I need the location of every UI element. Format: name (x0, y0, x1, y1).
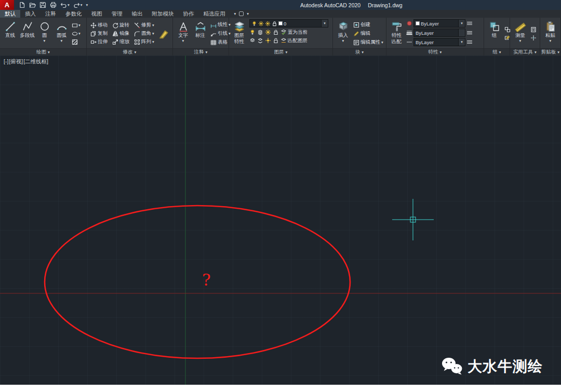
layer-freeze-button[interactable] (265, 29, 271, 36)
command-line-area[interactable] (0, 385, 561, 392)
stretch-tool-button[interactable]: 拉伸 (90, 38, 108, 46)
tab-output[interactable]: 输出 (127, 10, 148, 18)
save-button[interactable] (39, 2, 46, 8)
plot-button[interactable] (50, 2, 57, 8)
linear-dimension-button[interactable]: 线性▾ (210, 21, 231, 29)
layer-dropdown-caret-icon[interactable]: ▾ (321, 20, 328, 27)
ellipse-icon (72, 31, 78, 37)
layer-walk-button[interactable] (249, 37, 256, 44)
lineweight-list-icon[interactable] (466, 30, 473, 36)
tab-manage[interactable]: 管理 (107, 10, 127, 18)
tab-collaborate[interactable]: 协作 (179, 10, 199, 18)
layer-lock-button[interactable] (273, 29, 279, 36)
linetype-caret-icon[interactable]: ▾ (458, 38, 465, 46)
group-button[interactable]: 组 (486, 19, 503, 48)
color-list-icon[interactable] (466, 20, 473, 26)
lineweight-dropdown[interactable]: ByLayer (413, 29, 465, 37)
layer-unlock-all-icon (273, 37, 279, 44)
tab-insert[interactable]: 插入 (20, 10, 41, 18)
annotate-panel-label[interactable]: 注释▾ (173, 48, 229, 56)
ribbon-minimize-icon[interactable] (239, 11, 244, 16)
clipboard-panel-label[interactable]: 剪贴板▾ (540, 48, 560, 56)
match-layer-button[interactable]: 匹配图层 (280, 37, 308, 44)
watermark-text: 大水牛测绘 (468, 357, 543, 376)
rectangle-tool-button[interactable]: ▾ (72, 22, 81, 29)
tab-view[interactable]: 视图 (87, 10, 107, 18)
ribbon-minimize-caret-icon[interactable]: ▾ (247, 12, 249, 16)
fillet-tool-button[interactable]: 圆角▾ (134, 30, 154, 37)
application-menu-button[interactable]: A (0, 0, 14, 10)
layer-unisolate-button[interactable] (257, 37, 263, 44)
tab-featured-apps[interactable]: 精选应用 (199, 10, 230, 18)
edit-block-button[interactable]: 编辑 (353, 30, 383, 37)
viewport-minimize-control[interactable]: [-] (4, 58, 8, 65)
tab-addins[interactable]: 附加模块 (148, 10, 179, 18)
object-color-caret-icon[interactable]: ▾ (458, 20, 465, 27)
text-tool-button[interactable]: 文字 ▾ (175, 19, 192, 48)
scale-tool-button[interactable]: 缩放 (112, 38, 129, 46)
linetype-dropdown[interactable]: ByLayer ▾ (413, 38, 465, 46)
draw-panel-label[interactable]: 绘图▾ (0, 48, 86, 56)
new-file-button[interactable] (19, 2, 25, 8)
tab-default[interactable]: 默认 (0, 10, 20, 18)
viewport-view-control[interactable]: [俯视] (9, 58, 23, 65)
tab-parametric[interactable]: 参数化 (61, 10, 87, 18)
create-block-button[interactable]: 创建 (353, 21, 383, 29)
match-properties-button[interactable]: 特性 匹配 (388, 19, 405, 48)
lineweight-caret-icon[interactable] (458, 29, 465, 36)
red-ellipse[interactable] (45, 206, 350, 358)
line-tool-button[interactable]: 直线 (2, 19, 19, 48)
layer-isolate-button[interactable] (257, 29, 263, 36)
table-button[interactable]: 表格 (210, 39, 231, 46)
polyline-tool-button[interactable]: 多段线 (19, 19, 36, 48)
layer-properties-button[interactable]: 图层 特性 (231, 19, 248, 48)
object-color-icon (406, 20, 412, 26)
quick-calc-button[interactable] (530, 26, 537, 33)
viewport-visual-style-control[interactable]: [二维线框] (23, 58, 48, 65)
hatch-tool-button[interactable] (72, 38, 81, 45)
copy-tool-button[interactable]: 复制 (90, 30, 108, 37)
paste-button[interactable]: 粘贴 ▾ (542, 19, 559, 48)
qat-customize-button[interactable]: ▾ (86, 3, 88, 7)
id-point-button[interactable] (530, 34, 537, 41)
block-panel-label[interactable]: 块▾ (333, 48, 386, 56)
mirror-tool-button[interactable]: 镜像 (112, 30, 129, 37)
open-file-button[interactable] (29, 2, 36, 8)
paste-clipboard-icon (545, 21, 556, 32)
layer-unlock-all-button[interactable] (273, 37, 279, 44)
move-tool-button[interactable]: 移动 (90, 22, 108, 29)
trim-icon (134, 22, 140, 29)
ellipse-tool-button[interactable]: ▾ (72, 30, 81, 37)
measure-button[interactable]: 测量 ▾ (512, 19, 529, 48)
layer-thaw-all-button[interactable] (265, 37, 271, 44)
layer-off-button[interactable] (249, 29, 256, 36)
tab-annotate[interactable]: 注释 (41, 10, 61, 18)
groups-panel-label[interactable]: 组▾ (484, 48, 510, 56)
array-tool-button[interactable]: 阵列▾ (134, 38, 154, 46)
layers-panel-label[interactable]: 图层▾ (229, 48, 332, 56)
dimension-tool-button[interactable]: 标注 (192, 19, 209, 48)
drawing-area[interactable]: ? [-] [俯视] [二维线框] 大水牛测绘 (0, 56, 561, 385)
linetype-list-icon[interactable] (466, 39, 473, 45)
undo-button[interactable]: ▾ (60, 2, 70, 8)
leader-button[interactable]: 引线▾ (210, 30, 231, 37)
layer-dropdown[interactable]: 0 ▾ (249, 19, 328, 28)
calculator-icon (530, 26, 537, 33)
insert-block-button[interactable]: 插入 ▾ (335, 19, 352, 48)
ribbon-options-caret-icon[interactable]: ▾ (234, 12, 236, 16)
arc-tool-button[interactable]: 圆弧 ▾ (53, 19, 70, 48)
properties-panel-label[interactable]: 特性▾ (386, 48, 484, 56)
redo-button[interactable]: ▾ (73, 2, 83, 8)
utilities-panel-label[interactable]: 实用工具▾ (510, 48, 540, 56)
erase-tool-button[interactable] (158, 30, 169, 37)
trim-tool-button[interactable]: 修剪▾ (134, 22, 154, 29)
edit-attributes-button[interactable]: 编辑属性▾ (353, 39, 383, 46)
layer-isolate-icon (257, 29, 263, 35)
rotate-tool-button[interactable]: 旋转 (112, 22, 129, 29)
circle-tool-button[interactable]: 圆 ▾ (36, 19, 53, 48)
object-color-dropdown[interactable]: ByLayer ▾ (413, 19, 465, 28)
wechat-icon (441, 357, 463, 376)
make-current-button[interactable]: 置为当前 (280, 29, 308, 36)
new-file-icon (19, 2, 25, 8)
modify-panel-label[interactable]: 修改▾ (87, 48, 172, 56)
